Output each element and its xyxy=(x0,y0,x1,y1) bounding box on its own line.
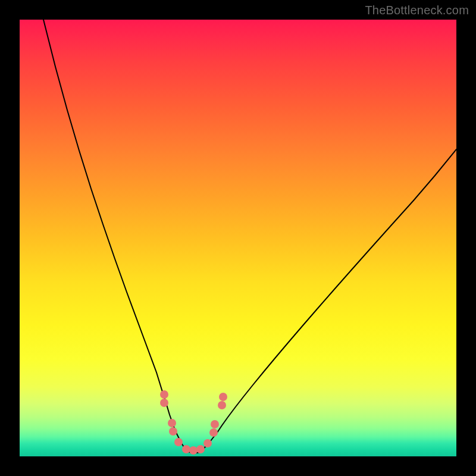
data-point-marker xyxy=(196,445,205,453)
plot-area xyxy=(20,20,456,456)
series-right-curve xyxy=(203,149,456,449)
data-point-marker xyxy=(160,390,168,399)
data-point-marker xyxy=(203,439,212,447)
watermark-text: TheBottleneck.com xyxy=(365,4,469,17)
data-point-marker xyxy=(209,428,218,437)
frame: TheBottleneck.com xyxy=(0,0,476,476)
curve-lines xyxy=(43,20,456,453)
data-point-marker xyxy=(174,438,183,446)
data-point-marker xyxy=(169,427,177,436)
data-point-marker xyxy=(189,446,198,455)
chart-svg xyxy=(20,20,456,456)
data-point-marker xyxy=(160,399,168,407)
data-point-marker xyxy=(219,393,227,401)
series-left-curve xyxy=(43,20,186,449)
data-point-marker xyxy=(168,419,176,427)
data-point-marker xyxy=(211,420,219,428)
data-point-marker xyxy=(218,401,226,409)
data-point-marker xyxy=(182,445,190,453)
curve-markers xyxy=(160,390,227,455)
